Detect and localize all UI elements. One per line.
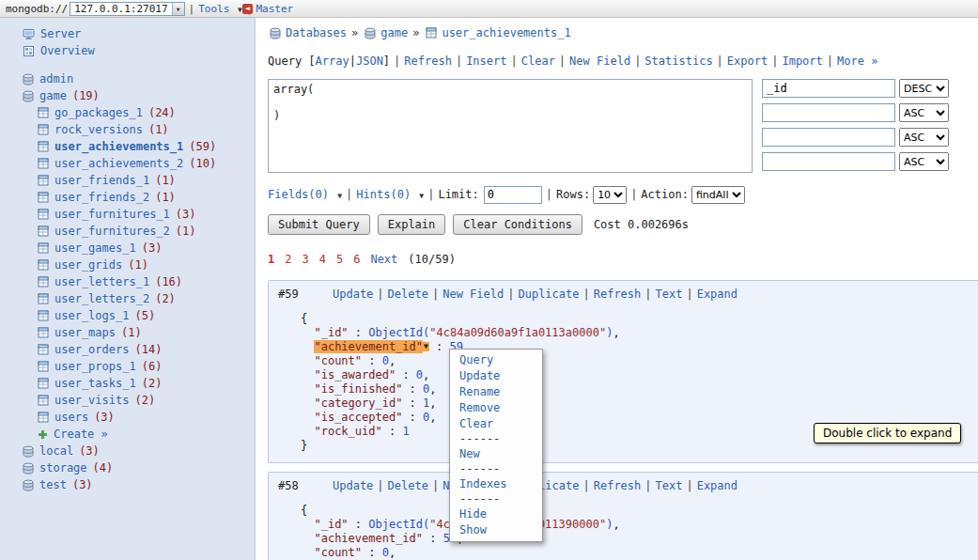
- page-link-3[interactable]: 3: [302, 253, 308, 266]
- sidebar-link-overview[interactable]: Overview: [40, 44, 95, 57]
- json-field-is-accepted[interactable]: "is_accepted": [314, 411, 402, 424]
- page-link-6[interactable]: 6: [353, 253, 360, 266]
- json-field-rock-uid[interactable]: "rock_uid": [314, 425, 381, 438]
- clear-conditions-button[interactable]: Clear Conditions: [453, 214, 582, 235]
- menu-insert[interactable]: Insert: [466, 54, 506, 68]
- collection-link-user-grids[interactable]: user_grids: [54, 258, 122, 272]
- record-document[interactable]: { "_id" : ObjectId("4c84a09d60a9f1a01139…: [301, 504, 973, 560]
- collection-link-user-friends-2[interactable]: user_friends_2: [54, 191, 149, 204]
- menu-import[interactable]: Import: [782, 54, 822, 68]
- host-dropdown-icon[interactable]: ▼: [172, 3, 184, 15]
- explain-button[interactable]: Explain: [378, 214, 446, 235]
- collection-link-user-visits[interactable]: user_visits: [54, 394, 129, 407]
- record-action-duplicate[interactable]: Duplicate: [518, 288, 579, 301]
- context-item-update[interactable]: Update: [459, 369, 500, 382]
- breadcrumb-databases[interactable]: Databases: [286, 26, 347, 39]
- collection-link-rock-versions[interactable]: rock_versions: [54, 123, 143, 136]
- sort-field-input-2[interactable]: [762, 128, 895, 147]
- collection-link-user-logs-1[interactable]: user_logs_1: [54, 309, 129, 322]
- menu-new-field[interactable]: New Field: [569, 54, 630, 68]
- db-link-local[interactable]: local: [39, 444, 73, 458]
- view-json[interactable]: JSON: [356, 54, 383, 68]
- json-field-achievement-id[interactable]: "achievement_id": [314, 340, 423, 353]
- record-action-expand[interactable]: Expand: [697, 288, 737, 301]
- view-array[interactable]: Array: [316, 54, 349, 68]
- sidebar-link-server[interactable]: Server: [40, 27, 81, 40]
- record-action-delete[interactable]: Delete: [388, 288, 428, 301]
- page-link-4[interactable]: 4: [319, 253, 326, 266]
- hints-toggle[interactable]: Hints(0) ▼: [356, 188, 424, 201]
- collection-link-user-furnitures-2[interactable]: user_furnitures_2: [54, 225, 170, 238]
- sort-field-input-1[interactable]: [762, 103, 895, 122]
- field-dropdown-icon[interactable]: ▼: [423, 342, 429, 351]
- page-link-2[interactable]: 2: [285, 253, 291, 266]
- record-action-update[interactable]: Update: [333, 479, 373, 492]
- record-action-refresh[interactable]: Refresh: [594, 288, 642, 301]
- context-item-indexes[interactable]: Indexes: [459, 477, 507, 490]
- master-link[interactable]: Master: [256, 3, 293, 15]
- collection-link-user-letters-2[interactable]: user_letters_2: [54, 292, 149, 305]
- sort-order-select-1[interactable]: DESCASC: [899, 103, 949, 122]
- record-action-new-field[interactable]: New Field: [442, 288, 504, 301]
- collection-link-users[interactable]: users: [54, 411, 88, 424]
- collection-link-user-orders[interactable]: user_orders: [54, 343, 129, 356]
- db-link-game[interactable]: game: [39, 89, 67, 102]
- query-textarea[interactable]: [268, 79, 753, 173]
- context-item-hide[interactable]: Hide: [459, 507, 487, 521]
- collection-link-user-maps[interactable]: user_maps: [54, 326, 116, 339]
- collection-link-user-tasks-1[interactable]: user_tasks_1: [54, 377, 136, 390]
- collection-link-user-achievements-2[interactable]: user_achievements_2: [54, 157, 183, 170]
- breadcrumb-game[interactable]: game: [380, 26, 408, 39]
- record-action-refresh[interactable]: Refresh: [594, 479, 642, 492]
- tools-menu[interactable]: Tools ▼: [198, 3, 242, 15]
- json-field-count[interactable]: "count": [314, 546, 362, 559]
- menu-refresh[interactable]: Refresh: [404, 54, 452, 68]
- context-item-query[interactable]: Query: [459, 353, 493, 366]
- db-link-storage[interactable]: storage: [39, 461, 87, 474]
- context-item-remove[interactable]: Remove: [459, 401, 500, 414]
- next-page-link[interactable]: Next: [370, 253, 397, 266]
- context-item-show[interactable]: Show: [459, 523, 487, 537]
- submit-query-button[interactable]: Submit Query: [268, 214, 370, 235]
- context-item-rename[interactable]: Rename: [459, 385, 500, 398]
- record-action-text[interactable]: Text: [656, 479, 683, 492]
- menu-more[interactable]: More »: [837, 54, 877, 68]
- json-field-is-finished[interactable]: "is_finished": [314, 382, 402, 396]
- menu-export[interactable]: Export: [727, 54, 768, 68]
- menu-statistics[interactable]: Statistics: [644, 54, 712, 68]
- json-field-id[interactable]: "_id": [314, 518, 348, 531]
- page-link-5[interactable]: 5: [336, 253, 343, 266]
- sort-order-select-0[interactable]: DESCASC: [899, 79, 949, 98]
- db-link-test[interactable]: test: [39, 478, 67, 491]
- menu-clear[interactable]: Clear: [521, 54, 555, 68]
- json-field-category-id[interactable]: "category_id": [314, 397, 402, 410]
- collection-link-user-props-1[interactable]: user_props_1: [54, 360, 136, 373]
- breadcrumb-user-achievements-1[interactable]: user_achievements_1: [442, 26, 570, 39]
- sort-order-select-2[interactable]: DESCASC: [899, 128, 949, 147]
- record-action-delete[interactable]: Delete: [388, 479, 428, 492]
- record-action-text[interactable]: Text: [656, 288, 683, 301]
- record-action-update[interactable]: Update: [333, 288, 373, 301]
- json-field-is-awarded[interactable]: "is_awarded": [314, 368, 396, 381]
- db-link-admin[interactable]: admin: [39, 72, 73, 86]
- json-field-id[interactable]: "_id": [314, 326, 348, 339]
- context-item-new[interactable]: New: [459, 447, 480, 460]
- collection-link-user-friends-1[interactable]: user_friends_1: [54, 174, 149, 187]
- json-field-achievement-id[interactable]: "achievement_id": [314, 532, 423, 545]
- context-item-clear[interactable]: Clear: [459, 417, 493, 430]
- record-action-expand[interactable]: Expand: [697, 479, 737, 492]
- create-collection-link[interactable]: Create »: [54, 428, 108, 441]
- collection-link-user-achievements-1[interactable]: user_achievements_1: [54, 140, 183, 153]
- collection-link-user-furnitures-1[interactable]: user_furnitures_1: [54, 208, 170, 221]
- rows-select[interactable]: 10: [593, 186, 627, 204]
- fields-toggle[interactable]: Fields(0) ▼: [268, 188, 342, 201]
- sort-order-select-3[interactable]: DESCASC: [899, 152, 949, 171]
- action-select[interactable]: findAll: [691, 186, 745, 204]
- collapse-sidebar-icon[interactable]: ◄: [242, 4, 253, 14]
- host-select[interactable]: 127.0.0.1:27017 ▼: [70, 2, 184, 16]
- json-field-count[interactable]: "count": [314, 354, 362, 367]
- sort-field-input-0[interactable]: [762, 79, 895, 98]
- sort-field-input-3[interactable]: [762, 152, 895, 171]
- collection-link-go-packages-1[interactable]: go_packages_1: [54, 106, 143, 119]
- limit-input[interactable]: [484, 186, 542, 204]
